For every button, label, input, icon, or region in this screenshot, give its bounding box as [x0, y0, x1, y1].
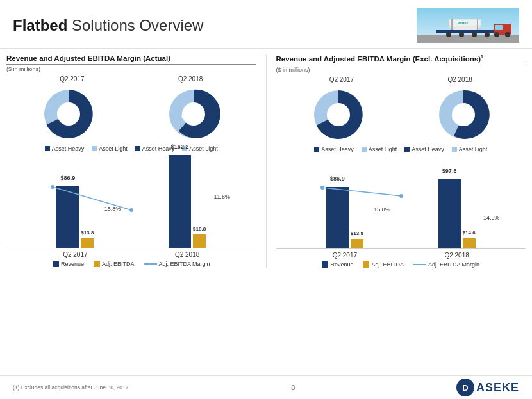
left-section-subtitle: ($ in millions) — [6, 66, 256, 72]
right-legend-heavy-2: Asset Heavy — [404, 146, 444, 152]
left-period-labels: Q2 2017 Q2 2018 — [6, 76, 256, 83]
right-rev-bar-2017: $86.9 — [326, 187, 349, 248]
header-truck-image: Vestas — [417, 8, 519, 43]
left-legend-ebitda: Adj. EBITDA — [94, 261, 135, 267]
left-ebitda-bar-2018: $18.8 — [193, 234, 206, 248]
right-bar-groups: $86.9 $13.8 15.8% — [276, 156, 526, 249]
ebitda-rect — [94, 261, 100, 267]
left-legend-revenue: Revenue — [53, 261, 84, 267]
svg-point-10 — [459, 32, 464, 37]
r-margin-line — [413, 264, 426, 265]
right-section-subtitle: ($ in millions) — [276, 67, 526, 73]
light-label-2: Asset Light — [189, 145, 218, 152]
right-bottom-legend: Revenue Adj. EBITDA Adj. EBITDA Margin — [276, 261, 526, 268]
r-heavy-label-2: Asset Heavy — [411, 146, 444, 152]
svg-point-11 — [472, 32, 477, 37]
left-section: Revenue and Adjusted EBITDA Margin (Actu… — [6, 54, 256, 268]
r-margin-label: Adj. EBITDA Margin — [428, 261, 479, 268]
heavy-label-1: Asset Heavy — [52, 145, 85, 152]
heavy-dot-1 — [45, 146, 50, 151]
revenue-rect — [53, 261, 59, 267]
left-bar-groups: $86.9 $13.8 15.8% — [6, 156, 256, 248]
footer-page-number: 8 — [291, 384, 295, 391]
svg-rect-1 — [417, 35, 519, 43]
right-pie-2017: 60% 40% — [310, 86, 367, 143]
title-bold: Flatbed — [13, 17, 67, 34]
r-revenue-label: Revenue — [330, 261, 353, 268]
title-rest: Solutions Overview — [67, 17, 203, 34]
right-pie-2018: 54% 46% — [435, 86, 492, 143]
margin-line — [144, 263, 157, 265]
svg-text:32%: 32% — [199, 96, 212, 103]
right-pie-row: 60% 40% 54% 46% — [276, 86, 526, 143]
left-trend-line — [6, 156, 256, 248]
right-trend-line — [276, 156, 526, 249]
header: Flatbed Solutions Overview V — [0, 0, 532, 49]
svg-text:Vestas: Vestas — [458, 21, 468, 25]
right-legend-margin: Adj. EBITDA Margin — [413, 261, 479, 268]
left-pie-row: 60% 40% 68% 32% — [6, 85, 256, 143]
right-legend-ebitda: Adj. EBITDA — [363, 261, 404, 268]
left-legend-heavy-2: Asset Heavy — [135, 145, 175, 152]
right-bar-chart: $86.9 $13.8 15.8% — [276, 156, 526, 259]
svg-point-26 — [51, 185, 54, 189]
svg-text:68%: 68% — [181, 113, 194, 120]
right-x-label-2018: Q2 2018 — [444, 252, 469, 259]
right-legend-light-2: Asset Light — [452, 146, 488, 152]
left-ebitda-bar-2017: $13.8 — [81, 238, 94, 248]
footer: (1) Excludes all acquisitions after June… — [0, 375, 532, 399]
svg-point-13 — [494, 32, 499, 37]
logo-circle: D — [456, 379, 474, 396]
heavy-label-2: Asset Heavy — [142, 145, 175, 152]
right-rev-bar-2018: $97.6 — [438, 179, 461, 248]
r-ebitda-label: Adj. EBITDA — [371, 261, 404, 268]
left-section-title: Revenue and Adjusted EBITDA Margin (Actu… — [6, 54, 256, 65]
margin-label: Adj. EBITDA Margin — [159, 261, 210, 267]
right-period-q2-2017: Q2 2017 — [329, 76, 354, 83]
svg-point-12 — [485, 32, 490, 37]
right-period-q2-2018: Q2 2018 — [447, 76, 472, 83]
svg-text:60%: 60% — [60, 111, 73, 118]
left-pie-2017: 60% 40% — [40, 85, 97, 143]
r-ebitda-rect — [363, 261, 369, 268]
left-rev-bar-2017: $86.9 — [56, 186, 79, 248]
r-light-label-1: Asset Light — [369, 146, 397, 152]
right-bar-group-2017: $86.9 $13.8 15.8% — [326, 187, 363, 248]
left-legend-margin: Adj. EBITDA Margin — [144, 261, 210, 267]
left-x-labels: Q2 2017 Q2 2018 — [6, 251, 256, 258]
right-ebitda-bar-2017: $13.8 — [351, 239, 363, 248]
right-period-labels: Q2 2017 Q2 2018 — [276, 76, 526, 83]
footnote-superscript: 1 — [481, 54, 483, 59]
ebitda-label: Adj. EBITDA — [102, 261, 135, 267]
right-bar-group-2018: $97.6 $14.6 14.9% — [438, 179, 476, 248]
left-pie-legend: Asset Heavy Asset Light Asset Heavy Asse… — [6, 145, 256, 152]
svg-point-14 — [505, 32, 510, 37]
left-bar-group-2018: $162.2 $18.8 11.6% — [169, 155, 206, 248]
svg-text:40%: 40% — [342, 98, 354, 105]
left-bar-chart: $86.9 $13.8 15.8% — [6, 156, 256, 258]
left-legend-light-1: Asset Light — [92, 145, 128, 152]
right-legend-heavy-1: Asset Heavy — [314, 146, 354, 152]
heavy-dot-2 — [135, 146, 140, 151]
svg-text:46%: 46% — [463, 94, 476, 101]
right-section-title: Revenue and Adjusted EBITDA Margin (Excl… — [276, 54, 526, 65]
section-divider — [266, 54, 267, 268]
left-legend-heavy-1: Asset Heavy — [45, 145, 85, 152]
light-label-1: Asset Light — [99, 145, 128, 152]
page-title: Flatbed Solutions Overview — [13, 17, 203, 35]
footer-logo: D ASEKE — [456, 379, 519, 396]
svg-text:60%: 60% — [330, 112, 343, 119]
logo-name: ASEKE — [476, 381, 519, 395]
right-pie-legend: Asset Heavy Asset Light Asset Heavy Asse… — [276, 146, 526, 152]
r-revenue-rect — [322, 261, 328, 268]
left-x-label-2018: Q2 2018 — [175, 251, 199, 258]
svg-text:54%: 54% — [452, 115, 465, 122]
svg-point-27 — [129, 208, 133, 212]
svg-point-38 — [399, 194, 403, 198]
light-dot-1 — [92, 146, 97, 151]
left-period-q2-2018: Q2 2018 — [178, 76, 203, 83]
svg-text:40%: 40% — [72, 97, 85, 104]
left-bar-group-2017: $86.9 $13.8 15.8% — [56, 186, 94, 248]
right-x-labels: Q2 2017 Q2 2018 — [276, 252, 526, 259]
main-content: Revenue and Adjusted EBITDA Margin (Actu… — [0, 49, 532, 268]
